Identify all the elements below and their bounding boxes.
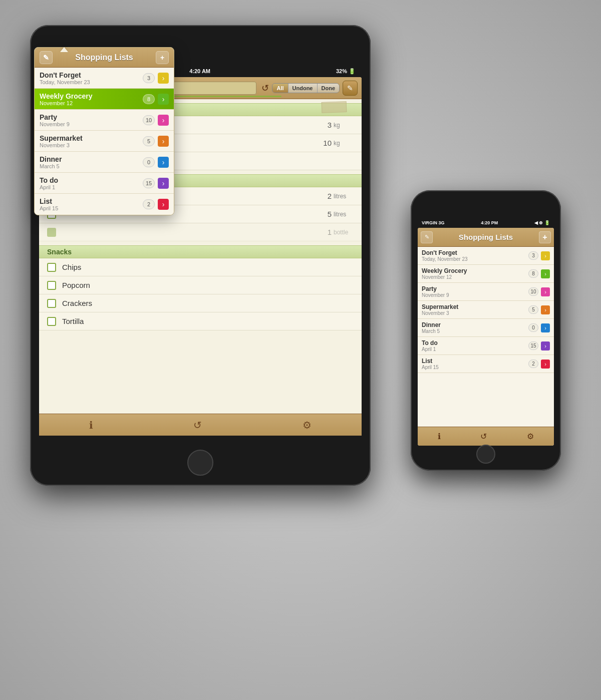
- chevron-right-icon: ›: [158, 94, 169, 105]
- list-item-date: November 12: [40, 100, 143, 106]
- item-unit: litres: [334, 211, 354, 218]
- iphone-status-left: VIRGIN 3G: [422, 220, 445, 225]
- list-item-badge: 10: [528, 287, 538, 296]
- iphone-add-button[interactable]: +: [539, 231, 551, 243]
- item-qty: 5: [328, 210, 332, 218]
- filter-all-button[interactable]: All: [272, 84, 288, 93]
- list-item-name: Weekly Grocery: [422, 267, 528, 274]
- item-unit: litres: [334, 193, 354, 200]
- chevron-right-icon: ›: [541, 251, 550, 260]
- tape-decoration: [322, 101, 347, 113]
- list-item-date: Today, November 23: [422, 256, 528, 262]
- edit-button[interactable]: ✎: [343, 81, 358, 96]
- snacks-category-header: Snacks: [39, 245, 362, 258]
- dropdown-edit-button[interactable]: ✎: [40, 51, 53, 64]
- list-item-name: To do: [40, 176, 143, 184]
- list-item-date: November 3: [40, 142, 143, 148]
- iphone-home-button[interactable]: [476, 445, 495, 464]
- list-item-name: Supermarket: [40, 134, 143, 142]
- item-unit: kg: [334, 140, 354, 147]
- list-item[interactable]: Party November 9 10 ›: [418, 283, 554, 301]
- list-item[interactable]: Party November 9 10 ›: [35, 110, 174, 131]
- sync-icon[interactable]: ↺: [261, 83, 269, 94]
- list-item-name: Supermarket: [422, 303, 528, 310]
- item-qty: 1: [328, 228, 332, 236]
- item-checkbox[interactable]: [47, 263, 56, 272]
- chevron-right-icon: ›: [541, 341, 550, 351]
- list-item-info: To do April 1: [40, 176, 143, 190]
- list-item[interactable]: List April 15 2 ›: [35, 194, 174, 215]
- settings-icon[interactable]: ⚙: [527, 432, 534, 441]
- iphone-toolbar-title: Shopping Lists: [435, 233, 537, 241]
- list-item-name: Weekly Grocery: [40, 92, 143, 100]
- iphone-app: ✎ Shopping Lists + Don't Forget Today, N…: [418, 228, 554, 446]
- chevron-right-icon: ›: [158, 136, 169, 147]
- item-unit: bottle: [334, 229, 354, 236]
- list-item[interactable]: Dinner March 5 0 ›: [418, 319, 554, 337]
- list-item[interactable]: Dinner March 5 0 ›: [35, 152, 174, 173]
- iphone-device: VIRGIN 3G 4:20 PM ◀ ⊕ 🔋 ✎ Shopping Lists…: [411, 190, 561, 471]
- list-item-info: To do April 1: [422, 339, 528, 352]
- list-item-badge: 2: [528, 360, 538, 368]
- list-item-name: Party: [40, 113, 143, 121]
- list-item-date: March 5: [422, 328, 528, 334]
- list-item-badge: 5: [528, 305, 538, 314]
- list-item[interactable]: List April 15 2 ›: [418, 355, 554, 373]
- list-item[interactable]: To do April 1 15 ›: [418, 337, 554, 355]
- shopping-lists-dropdown: ✎ Shopping Lists + Don't Forget Today, N…: [34, 47, 174, 215]
- item-checkbox[interactable]: [47, 228, 56, 237]
- item-checkbox[interactable]: [47, 281, 56, 290]
- list-item-date: November 3: [422, 310, 528, 316]
- ipad-bottom-toolbar: ℹ ↺ ⚙: [39, 414, 362, 436]
- list-item-date: Today, November 23: [40, 79, 143, 85]
- chevron-right-icon: ›: [158, 157, 169, 168]
- info-icon[interactable]: ℹ: [438, 432, 441, 441]
- list-item[interactable]: Supermarket November 3 5 ›: [35, 131, 174, 152]
- ipad-status-right: 32% 🔋: [336, 68, 356, 75]
- filter-done-button[interactable]: Done: [318, 84, 340, 93]
- dropdown-add-button[interactable]: +: [156, 51, 169, 64]
- item-checkbox[interactable]: [47, 317, 56, 326]
- list-item-badge: 0: [143, 157, 155, 167]
- list-item[interactable]: Weekly Grocery November 12 8 ›: [35, 89, 174, 110]
- filter-undone-button[interactable]: Undone: [288, 84, 318, 93]
- item-name: Popcorn: [62, 281, 354, 289]
- iphone-status-right: ◀ ⊕ 🔋: [534, 220, 550, 225]
- settings-icon[interactable]: ⚙: [303, 419, 312, 431]
- list-item-info: Dinner March 5: [40, 155, 143, 169]
- dropdown-title: Shopping Lists: [75, 53, 133, 62]
- chevron-right-icon: ›: [158, 199, 169, 210]
- list-item-info: Party November 9: [40, 113, 143, 127]
- list-item[interactable]: Supermarket November 3 5 ›: [418, 301, 554, 319]
- table-row: 1 bottle: [39, 223, 362, 241]
- iphone-toolbar: ✎ Shopping Lists +: [418, 228, 554, 247]
- iphone-edit-button[interactable]: ✎: [421, 231, 433, 243]
- list-item-date: April 1: [422, 346, 528, 352]
- filter-btn-group: All Undone Done: [272, 83, 340, 93]
- info-icon[interactable]: ℹ: [89, 419, 93, 431]
- ipad-home-button[interactable]: [187, 450, 213, 476]
- item-name: Crackers: [62, 299, 354, 307]
- list-item-badge: 10: [143, 115, 155, 125]
- list-item-info: Weekly Grocery November 12: [422, 267, 528, 280]
- refresh-icon[interactable]: ↺: [480, 432, 487, 441]
- list-item-date: April 15: [40, 205, 143, 211]
- list-item[interactable]: Don't Forget Today, November 23 3 ›: [35, 68, 174, 89]
- item-name: Chips: [62, 263, 354, 271]
- list-item[interactable]: To do April 1 15 ›: [35, 173, 174, 194]
- list-item-info: Don't Forget Today, November 23: [40, 71, 143, 85]
- list-item-date: November 9: [40, 121, 143, 127]
- list-item[interactable]: Weekly Grocery November 12 8 ›: [418, 265, 554, 283]
- chevron-right-icon: ›: [541, 360, 550, 369]
- list-item-info: List April 15: [422, 358, 528, 370]
- chevron-right-icon: ›: [541, 287, 550, 296]
- list-item-info: Party November 9: [422, 285, 528, 298]
- list-item-badge: 8: [143, 94, 155, 104]
- iphone-status-center: 4:20 PM: [481, 220, 498, 225]
- list-item-name: Don't Forget: [40, 71, 143, 79]
- list-item-badge: 3: [143, 73, 155, 83]
- list-item[interactable]: Don't Forget Today, November 23 3 ›: [418, 247, 554, 265]
- item-checkbox[interactable]: [47, 299, 56, 308]
- refresh-icon[interactable]: ↺: [193, 419, 202, 431]
- list-item-date: November 12: [422, 274, 528, 280]
